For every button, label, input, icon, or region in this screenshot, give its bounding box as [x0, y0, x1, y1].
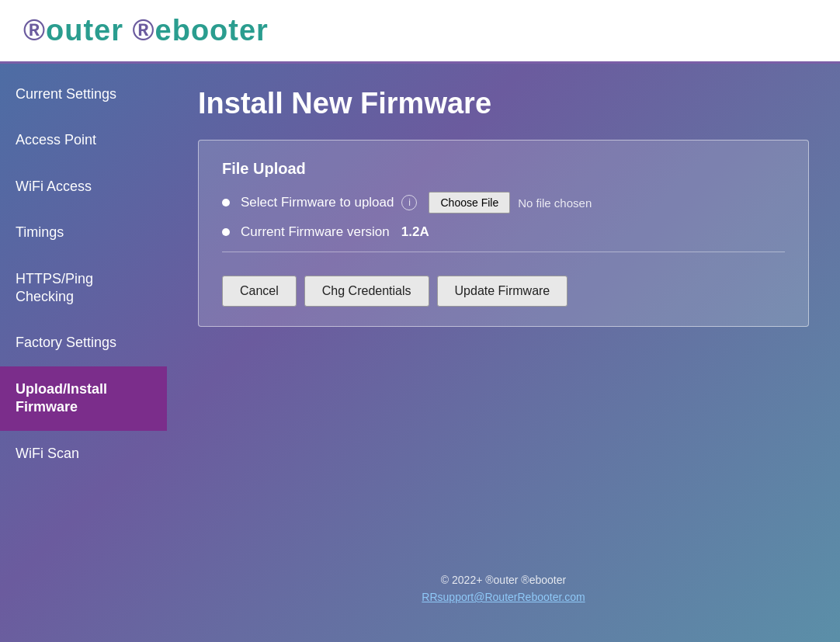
main-layout: Current Settings Access Point WiFi Acces…	[0, 64, 840, 642]
bullet-icon	[222, 228, 230, 236]
sidebar-item-timings[interactable]: Timings	[0, 210, 167, 255]
sidebar-item-access-point[interactable]: Access Point	[0, 117, 167, 163]
sidebar-item-https-ping[interactable]: HTTPS/Ping Checking	[0, 256, 167, 321]
page-title: Install New Firmware	[198, 87, 809, 120]
sidebar-item-wifi-access[interactable]: WiFi Access	[0, 164, 167, 210]
sidebar: Current Settings Access Point WiFi Acces…	[0, 64, 167, 642]
footer-email[interactable]: RRsupport@RouterRebooter.com	[422, 591, 585, 603]
select-firmware-row: Select Firmware to upload i Choose File …	[222, 192, 785, 213]
sidebar-item-factory-settings[interactable]: Factory Settings	[0, 320, 167, 366]
footer-copyright: © 2022+ ®outer ®ebooter	[213, 574, 793, 586]
bullet-icon	[222, 199, 230, 206]
header: ®outer ®ebooter	[0, 0, 840, 64]
update-firmware-button[interactable]: Update Firmware	[437, 276, 568, 307]
action-buttons: Cancel Chg Credentials Update Firmware	[222, 268, 785, 307]
firmware-version-row: Current Firmware version 1.2A	[222, 224, 785, 240]
select-firmware-label: Select Firmware to upload	[241, 195, 394, 210]
footer: © 2022+ ®outer ®ebooter RRsupport@Router…	[198, 543, 809, 619]
firmware-version-value: 1.2A	[401, 224, 429, 240]
app-logo: ®outer ®ebooter	[23, 14, 269, 47]
chg-credentials-button[interactable]: Chg Credentials	[304, 276, 429, 307]
firmware-card: File Upload Select Firmware to upload i …	[198, 140, 809, 327]
choose-file-button[interactable]: Choose File	[429, 192, 510, 213]
sidebar-item-current-settings[interactable]: Current Settings	[0, 71, 167, 117]
card-section-title: File Upload	[222, 160, 785, 178]
no-file-text: No file chosen	[518, 196, 592, 210]
content-area: Install New Firmware File Upload Select …	[167, 64, 840, 642]
info-icon[interactable]: i	[401, 195, 417, 210]
card-divider	[222, 252, 785, 252]
firmware-version-label: Current Firmware version	[241, 224, 390, 240]
cancel-button[interactable]: Cancel	[222, 276, 297, 307]
sidebar-item-upload-firmware[interactable]: Upload/Install Firmware	[0, 366, 167, 431]
sidebar-item-wifi-scan[interactable]: WiFi Scan	[0, 431, 167, 477]
